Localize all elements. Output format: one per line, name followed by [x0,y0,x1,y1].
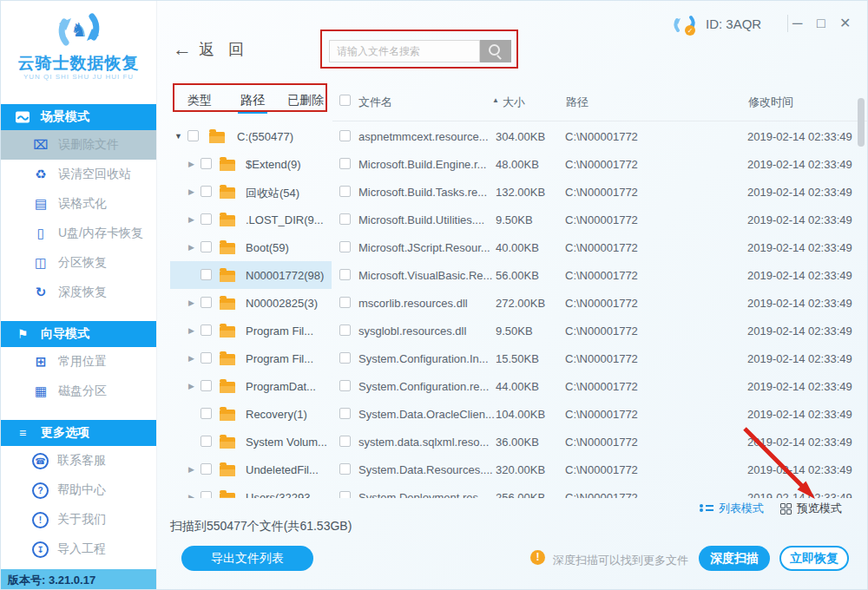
checkbox[interactable] [201,463,212,475]
checkbox[interactable] [201,436,212,447]
search-input[interactable] [329,40,480,62]
sidebar-item-import-project[interactable]: ↧ 导入工程 [1,534,156,564]
search-button[interactable] [480,40,511,62]
scrollbar-thumb[interactable] [858,98,865,147]
export-file-list-button[interactable]: 导出文件列表 [181,546,313,571]
collapse-icon[interactable]: ▼ [174,132,182,141]
preview-mode-toggle[interactable]: 预览模式 [780,501,842,516]
tab-deleted[interactable]: 已删除 [287,93,324,108]
sidebar-item-disk-partitions[interactable]: ▦ 磁盘分区 [1,377,156,406]
expand-icon[interactable]: ▶ [188,160,194,168]
tree-node[interactable]: ▶Boot(59) [170,233,332,261]
sidebar-item-misdeleted-files[interactable]: ⌧ 误删除文件 [1,130,156,160]
checkbox[interactable] [201,158,212,169]
checkbox[interactable] [201,408,212,419]
checkbox[interactable] [201,491,212,498]
file-row[interactable]: Microsoft.Build.Tasks.re...132.00KBC:\N0… [332,178,868,206]
checkbox[interactable] [339,297,351,308]
file-row[interactable]: System.Deployment.res...256.00KBC:\N0000… [332,483,868,498]
maximize-button[interactable]: □ [817,14,825,33]
tree-node[interactable]: ▼C:(550477) [170,122,332,150]
expand-icon[interactable]: ▶ [188,493,194,498]
file-row[interactable]: System.Configuration.In...15.50KBC:\N000… [332,344,868,372]
sidebar-item-about-us[interactable]: ! 关于我们 [1,505,156,534]
sidebar-item-misformatted[interactable]: ▤ 误格式化 [1,189,156,219]
file-row[interactable]: Microsoft.VisualBasic.Re...56.00KBC:\N00… [332,261,868,289]
tab-path[interactable]: 路径 [240,93,265,108]
file-row[interactable]: Microsoft.Build.Engine.r...48.00KBC:\N00… [332,150,868,178]
sidebar-item-usb-memory-card-recovery[interactable]: ▯ U盘/内存卡恢复 [1,219,156,248]
checkbox[interactable] [201,186,212,197]
file-row[interactable]: System.Data.OracleClien...104.00KBC:\N00… [332,400,868,428]
sidebar-item-contact-support[interactable]: ☎ 联系客服 [1,446,156,475]
tree-node[interactable]: ▶.LOST_DIR(9... [170,206,332,233]
checkbox[interactable] [339,186,351,197]
column-header-modified[interactable]: 修改时间 [748,95,793,110]
expand-icon[interactable]: ▶ [188,243,194,252]
file-row[interactable]: System.Data.Resources....320.00KBC:\N000… [332,456,868,483]
column-header-filename[interactable]: 文件名 [358,95,392,110]
file-row[interactable]: Microsoft.JScript.Resour...40.00KBC:\N00… [332,233,868,261]
select-all-checkbox[interactable] [339,95,351,106]
sidebar-item-emptied-recycle-bin[interactable]: ♻ 误清空回收站 [1,160,156,189]
deep-scan-button[interactable]: 深度扫描 [699,546,770,571]
checkbox[interactable] [201,324,212,336]
sidebar-item-partition-recovery[interactable]: ◫ 分区恢复 [1,248,156,278]
sidebar-item-common-locations[interactable]: ⊞ 常用位置 [1,347,156,377]
back-button[interactable]: ← 返回 [173,39,258,60]
column-header-path[interactable]: 路径 [566,95,589,110]
sidebar-item-deep-recovery[interactable]: ↻ 深度恢复 [1,278,156,307]
tree-node[interactable]: ▶Program Fil... [170,317,332,344]
file-row[interactable]: Microsoft.Build.Utilities....9.50KBC:\N0… [332,206,868,233]
checkbox[interactable] [339,352,351,364]
expand-icon[interactable]: ▶ [188,354,194,363]
file-row[interactable]: system.data.sqlxml.reso...36.00KBC:\N000… [332,428,868,456]
expand-icon[interactable]: ▶ [188,187,194,196]
sidebar-item-help-center[interactable]: ? 帮助中心 [1,475,156,505]
tree-node[interactable]: N00001772(98) [170,261,332,289]
expand-icon[interactable]: ▶ [188,215,194,224]
checkbox[interactable] [201,352,212,364]
file-row[interactable]: mscorlib.resources.dll272.00KBC:\N000017… [332,289,868,317]
checkbox[interactable] [339,130,351,141]
tree-node[interactable]: Recovery(1) [170,400,332,428]
question-mark-icon: ? [32,482,49,499]
expand-icon[interactable]: ▶ [188,465,194,474]
column-header-size[interactable]: 大小 [503,95,525,110]
checkbox[interactable] [339,241,351,252]
file-row[interactable]: sysglobl.resources.dll9.50KBC:\N00001772… [332,317,868,344]
checkbox[interactable] [201,380,212,391]
tree-node[interactable]: System Volum... [170,428,332,456]
checkbox[interactable] [339,491,351,498]
checkbox[interactable] [339,436,351,447]
expand-icon[interactable]: ▶ [188,326,194,335]
tree-node[interactable]: ▶回收站(54) [170,178,332,206]
checkbox[interactable] [339,158,351,169]
expand-icon[interactable]: ▶ [188,382,194,390]
tree-node[interactable]: ▶Users(32293 [170,483,332,498]
recover-now-button[interactable]: 立即恢复 [779,546,849,571]
list-mode-toggle[interactable]: 列表模式 [700,501,764,516]
expand-icon[interactable]: ▶ [188,298,194,307]
tree-node[interactable]: ▶N00002825(3) [170,289,332,317]
minimize-button[interactable]: ─ [792,14,802,33]
checkbox[interactable] [339,269,351,280]
checkbox[interactable] [339,380,351,391]
tree-node[interactable]: ▶Program Fil... [170,344,332,372]
checkbox[interactable] [201,241,212,252]
file-row[interactable]: System.Configuration.re...44.00KBC:\N000… [332,372,868,400]
close-button[interactable]: ✕ [839,14,851,33]
checkbox[interactable] [201,297,212,308]
checkbox[interactable] [201,269,212,280]
file-row[interactable]: aspnetmmcext.resource...304.00KBC:\N0000… [332,122,868,150]
checkbox[interactable] [201,213,212,225]
tree-node[interactable]: ▶UndeletedFil... [170,456,332,483]
tree-node[interactable]: ▶ProgramDat... [170,372,332,400]
checkbox[interactable] [339,408,351,419]
checkbox[interactable] [339,324,351,336]
checkbox[interactable] [187,130,199,141]
tab-type[interactable]: 类型 [187,93,212,108]
tree-node[interactable]: ▶$Extend(9) [170,150,332,178]
checkbox[interactable] [339,463,351,475]
checkbox[interactable] [339,213,351,225]
